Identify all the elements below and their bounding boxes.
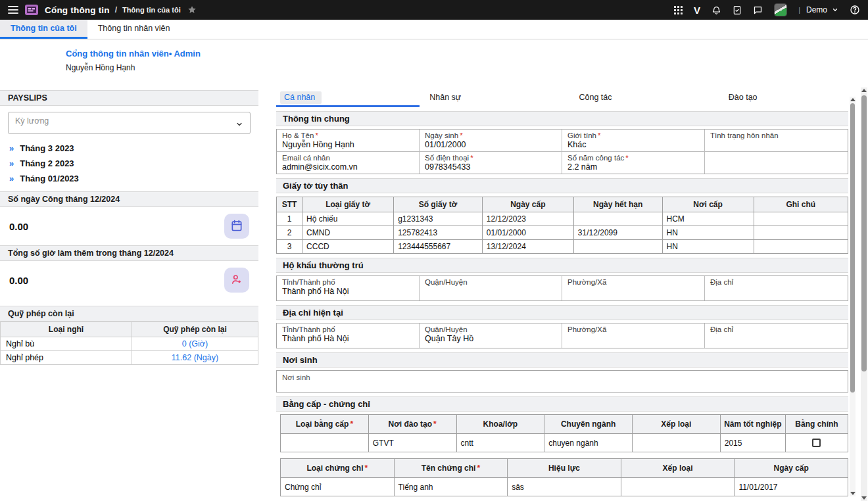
- topbar-right: V | Demo: [674, 3, 860, 16]
- tasks-document-icon[interactable]: [733, 5, 742, 15]
- scrollbar-thumb[interactable]: [850, 103, 855, 393]
- page-scrollbar[interactable]: [861, 87, 867, 501]
- payslip-month-item[interactable]: »Tháng 3 2023: [0, 141, 258, 156]
- required-asterisk: *: [460, 131, 462, 139]
- pay-period-select[interactable]: Kỳ lương: [8, 112, 251, 134]
- table-row: 1Hộ chiếug123134312/12/2023HCM: [277, 212, 848, 226]
- field-dia-chi: Địa chỉ: [705, 276, 848, 300]
- scroll-up-arrow-icon[interactable]: [850, 98, 856, 101]
- hamburger-menu-icon[interactable]: [8, 6, 18, 14]
- leave-balance-link[interactable]: 11.62 (Ngày): [132, 351, 258, 365]
- column-header: Ngày cấp: [482, 197, 573, 212]
- column-header: Ngày cấp: [735, 459, 848, 478]
- page-tabs: Thông tin của tôi Thông tin nhân viên: [0, 20, 868, 39]
- column-header: Nơi đào tạo*: [368, 415, 456, 434]
- field-ngay-sinh: Ngày sinh* 01/01/2000: [420, 130, 562, 152]
- welcome-header: Cổng thông tin nhân viên• Admin Nguyễn H…: [0, 39, 868, 87]
- field-value: Nguyễn Hồng Hạnh: [282, 140, 414, 149]
- section-id-documents: Giấy tờ tùy thân: [276, 178, 848, 193]
- section-permanent-address: Hộ khẩu thường trú: [276, 258, 848, 273]
- favorite-star-icon[interactable]: [187, 5, 197, 14]
- double-chevron-icon: »: [9, 174, 14, 183]
- section-general-info: Thông tin chung: [276, 111, 848, 126]
- section-birthplace: Nơi sinh: [276, 352, 848, 368]
- column-header: Năm tốt nghiệp: [720, 415, 785, 434]
- field-gioi-tinh: Giới tính* Khác: [562, 130, 705, 152]
- overtime-person-button[interactable]: [224, 268, 249, 293]
- tab-nhan-su[interactable]: Nhân sự: [400, 90, 549, 107]
- breadcrumb-separator: /: [115, 5, 117, 14]
- bang-chinh-checkbox[interactable]: [812, 439, 821, 447]
- field-value: 2.2 năm: [567, 162, 699, 172]
- v-logo[interactable]: V: [694, 5, 700, 16]
- user-menu-chevron-icon[interactable]: [832, 7, 838, 13]
- scroll-down-arrow-icon[interactable]: [861, 496, 867, 500]
- leave-balance-link[interactable]: 0 (Giờ): [132, 337, 258, 351]
- field-dia-chi: Địa chỉ: [705, 323, 848, 348]
- column-header: Khoa/lớp: [456, 415, 544, 434]
- active-tab-indicator: [276, 105, 420, 107]
- apps-grid-icon[interactable]: [674, 6, 683, 14]
- payslip-month-item[interactable]: »Tháng 01/2023: [0, 171, 258, 186]
- column-header: STT: [277, 197, 302, 212]
- field-tinh-thanh-pho: Tỉnh/Thành phố Thành phố Hà Nội: [277, 323, 420, 348]
- table-row: 3CCCD12344455566713/12/2024HN: [277, 240, 848, 254]
- table-header-row: Loại chứng chỉ* Tên chứng chỉ* Hiệu lực …: [281, 459, 848, 478]
- field-value: Quận Tây Hồ: [425, 334, 556, 343]
- column-header: Số giấy tờ: [394, 197, 483, 212]
- workdays-value: 0.00: [9, 221, 28, 232]
- employee-name: Nguyễn Hồng Hạnh: [66, 63, 868, 72]
- leave-balance-header: Quỹ phép còn lại: [0, 306, 258, 322]
- user-avatar[interactable]: [774, 3, 787, 16]
- column-header: Loại chứng chỉ*: [281, 459, 395, 478]
- profile-panel: Cá nhân Nhân sự Công tác Đào tạo Thông t…: [276, 90, 848, 501]
- breadcrumb-current[interactable]: Thông tin của tôi: [122, 6, 181, 14]
- column-header: Quỹ phép còn lại: [132, 322, 258, 337]
- table-row: 2CMND12578241301/01/200031/12/2099HN: [277, 226, 848, 240]
- calendar-icon: [230, 219, 243, 234]
- chat-icon[interactable]: [753, 5, 763, 15]
- user-menu-label[interactable]: Demo: [806, 5, 827, 14]
- column-header: Chuyên ngành: [544, 415, 633, 434]
- section-qualifications: Bằng cấp - chứng chỉ: [276, 396, 848, 412]
- payslip-month-item[interactable]: »Tháng 2 2023: [0, 156, 258, 171]
- required-asterisk: *: [470, 154, 473, 162]
- payslips-panel: PAYSLIPS Kỳ lương »Tháng 3 2023 »Tháng 2…: [0, 90, 258, 365]
- field-empty: [705, 152, 848, 174]
- tab-thong-tin-cua-toi[interactable]: Thông tin của tôi: [0, 20, 87, 39]
- topbar-divider: |: [798, 6, 800, 14]
- calendar-button[interactable]: [224, 214, 249, 239]
- content-scrollbar[interactable]: [850, 97, 856, 496]
- column-header: Xếp loại: [621, 459, 735, 478]
- general-info-grid: Họ & Tên* Nguyễn Hồng Hạnh Ngày sinh* 01…: [276, 129, 848, 174]
- leave-type: Nghỉ bù: [1, 337, 132, 351]
- field-value: Khác: [567, 140, 699, 149]
- notifications-bell-icon[interactable]: [711, 5, 721, 15]
- certificate-table: Loại chứng chỉ* Tên chứng chỉ* Hiệu lực …: [280, 458, 848, 496]
- tab-dao-tao[interactable]: Đào tạo: [699, 90, 848, 107]
- topbar: Cổng thông tin / Thông tin của tôi V | D…: [0, 0, 868, 20]
- current-address-grid: Tỉnh/Thành phố Thành phố Hà Nội Quận/Huy…: [276, 323, 848, 348]
- column-header: Loại nghỉ: [1, 322, 132, 337]
- scroll-up-arrow-icon[interactable]: [861, 89, 867, 92]
- scrollbar-thumb[interactable]: [861, 95, 867, 371]
- field-ho-ten: Họ & Tên* Nguyễn Hồng Hạnh: [277, 130, 420, 152]
- field-quan-huyen: Quận/Huyện Quận Tây Hồ: [420, 323, 562, 348]
- overtime-value: 0.00: [9, 275, 28, 286]
- scroll-down-arrow-icon[interactable]: [850, 492, 856, 495]
- field-tinh-thanh-pho: Tỉnh/Thành phố Thành phố Hà Nội: [277, 276, 420, 300]
- app-logo-icon[interactable]: [25, 5, 38, 15]
- birthplace-field: Nơi sinh: [276, 370, 848, 393]
- chevron-down-icon: [235, 119, 243, 131]
- overtime-row: 0.00: [0, 261, 258, 299]
- permanent-address-grid: Tỉnh/Thành phố Thành phố Hà Nội Quận/Huy…: [276, 275, 848, 301]
- tab-cong-tac[interactable]: Công tác: [550, 90, 699, 107]
- tab-thong-tin-nhan-vien[interactable]: Thông tin nhân viên: [87, 20, 181, 39]
- double-chevron-icon: »: [9, 143, 14, 153]
- required-asterisk: *: [477, 464, 480, 473]
- field-value: Thành phố Hà Nội: [282, 287, 414, 296]
- workdays-header: Số ngày Công tháng 12/2024: [0, 191, 258, 207]
- column-header: Ghi chú: [754, 197, 848, 212]
- portal-title-link[interactable]: Cổng thông tin nhân viên• Admin: [66, 49, 868, 59]
- help-icon[interactable]: [850, 5, 860, 15]
